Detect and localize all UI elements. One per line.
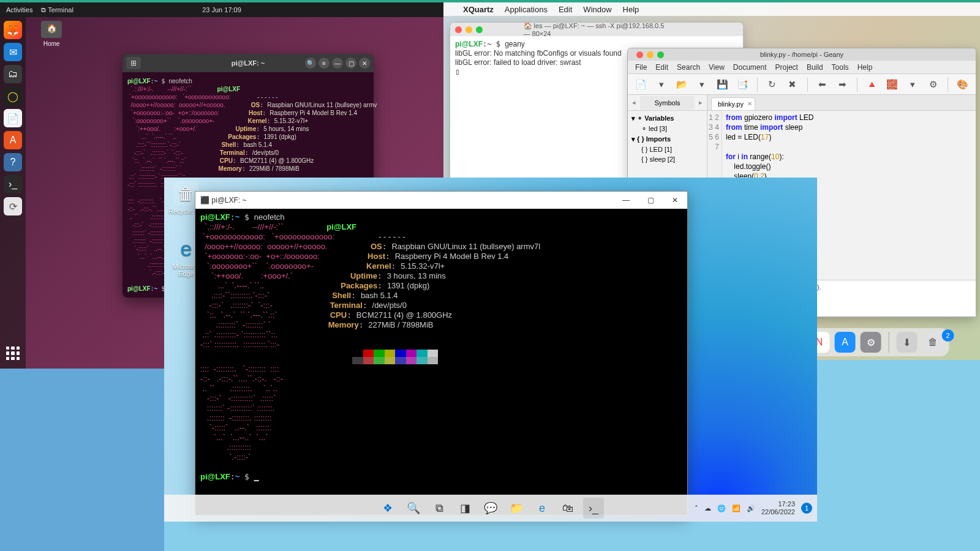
- terminal-taskbar-icon[interactable]: ›_: [583, 498, 604, 519]
- menu-window[interactable]: Window: [583, 5, 611, 14]
- explorer-icon[interactable]: 📁: [506, 498, 527, 519]
- updates-icon[interactable]: ⟳: [4, 197, 22, 216]
- nav-forward-icon[interactable]: ➡: [835, 77, 850, 92]
- tab-scroll-right-icon[interactable]: ▸: [695, 99, 707, 107]
- error-line: libGL error: failed to load driver: swra…: [455, 58, 581, 67]
- cmd-icon: ⬛: [200, 196, 209, 204]
- ubuntu-dock: 🦊 ✉ 🗂 ◯ 📄 A ? ›_ ⟳: [0, 17, 26, 369]
- reload-icon[interactable]: ↻: [765, 77, 779, 92]
- new-tab-button[interactable]: ⊞: [126, 57, 141, 69]
- writer-icon[interactable]: 📄: [4, 109, 22, 127]
- menu-edit[interactable]: Edit: [559, 5, 572, 14]
- close-icon[interactable]: [636, 51, 643, 58]
- gnome-clock[interactable]: 23 Jun 17:09: [202, 6, 241, 13]
- close-file-icon[interactable]: ✖: [785, 77, 799, 92]
- network-icon[interactable]: 📶: [732, 504, 741, 512]
- color-palette-dim: [352, 357, 438, 364]
- running-app-indicator[interactable]: ⧉ Terminal: [41, 6, 73, 14]
- app-store-icon[interactable]: A: [835, 332, 856, 353]
- close-icon[interactable]: [455, 26, 462, 33]
- menu-document[interactable]: Document: [733, 63, 767, 72]
- taskbar-clock[interactable]: 17:23 22/06/2022: [761, 500, 795, 516]
- nav-back-icon[interactable]: ⬅: [815, 77, 829, 92]
- close-tab-icon[interactable]: ✕: [747, 100, 752, 107]
- rhythmbox-icon[interactable]: ◯: [4, 87, 22, 105]
- menu-edit[interactable]: Edit: [655, 63, 668, 72]
- color-picker-icon[interactable]: 🎨: [956, 77, 970, 92]
- menu-help[interactable]: Help: [858, 63, 873, 72]
- dropdown-icon[interactable]: ▾: [654, 77, 668, 92]
- home-folder-icon[interactable]: Home: [38, 21, 65, 47]
- zoom-icon[interactable]: [657, 51, 664, 58]
- editor-tab-bar: blinky.py✕: [707, 95, 976, 111]
- zoom-icon[interactable]: [476, 26, 483, 33]
- geany-menu-bar: File Edit Search View Document Project B…: [628, 61, 976, 74]
- help-icon[interactable]: ?: [4, 153, 22, 171]
- menu-build[interactable]: Build: [807, 63, 823, 72]
- hamburger-icon[interactable]: ≡: [318, 58, 330, 69]
- firefox-icon[interactable]: 🦊: [4, 21, 22, 39]
- app-name[interactable]: XQuartz: [463, 5, 494, 14]
- symbol-tree[interactable]: ▾ ⚬ Variables ⚬ led [3] ▾ { } Imports { …: [628, 111, 707, 167]
- store-icon[interactable]: 🛍: [557, 498, 578, 519]
- activities-button[interactable]: Activities: [6, 6, 32, 14]
- home-label: Home: [43, 40, 60, 47]
- code-editor[interactable]: 1 2 3 4 5 6 7 from gpiozero import LED f…: [707, 111, 976, 183]
- onedrive-icon[interactable]: ☁: [704, 504, 711, 512]
- color-palette: [352, 350, 438, 357]
- window-titlebar[interactable]: ⊞ pi@LXF: ~ 🔍 ≡ — ▢ ✕: [123, 54, 374, 72]
- minimize-icon[interactable]: —: [332, 58, 343, 69]
- terminal-content[interactable]: pi@LXF:~ $ neofetch `.::///+:/-. --///+/…: [195, 209, 687, 515]
- open-file-icon[interactable]: 📂: [674, 77, 688, 92]
- minimize-icon[interactable]: [647, 51, 654, 58]
- show-apps-button[interactable]: [4, 344, 22, 362]
- window-title: blinky.py - /home/pi - Geany: [760, 51, 843, 58]
- menu-project[interactable]: Project: [775, 63, 798, 72]
- tray-chevron-icon[interactable]: ˄: [695, 504, 698, 512]
- build-icon[interactable]: 🧱: [885, 77, 899, 92]
- terminal-launcher-icon[interactable]: ›_: [4, 175, 22, 193]
- chat-icon[interactable]: 💬: [480, 498, 501, 519]
- downloads-icon[interactable]: ⬇: [897, 332, 918, 353]
- menu-applications[interactable]: Applications: [505, 5, 548, 14]
- menu-tools[interactable]: Tools: [832, 63, 849, 72]
- new-file-icon[interactable]: 📄: [634, 77, 648, 92]
- maximize-icon[interactable]: ▢: [638, 192, 663, 209]
- close-icon[interactable]: ✕: [359, 58, 370, 69]
- minimize-icon[interactable]: —: [614, 192, 638, 209]
- run-icon[interactable]: ⚙: [926, 77, 940, 92]
- close-icon[interactable]: ✕: [663, 192, 687, 209]
- tab-scroll-left-icon[interactable]: ◂: [628, 99, 640, 107]
- search-icon[interactable]: 🔍: [403, 498, 424, 519]
- settings-icon[interactable]: ⚙: [861, 332, 881, 353]
- widgets-icon[interactable]: ◨: [454, 498, 475, 519]
- search-icon[interactable]: 🔍: [305, 58, 316, 69]
- window-titlebar[interactable]: ⬛ pi@LXF: ~ — ▢ ✕: [195, 192, 687, 209]
- dropdown-icon[interactable]: ▾: [905, 77, 919, 92]
- save-icon[interactable]: 💾: [715, 77, 729, 92]
- volume-icon[interactable]: 🔊: [747, 504, 755, 512]
- dropdown-icon[interactable]: ▾: [695, 77, 709, 92]
- window-titlebar[interactable]: blinky.py - /home/pi - Geany: [628, 48, 976, 61]
- notifications-icon[interactable]: 1: [801, 503, 812, 514]
- menu-help[interactable]: Help: [623, 5, 639, 14]
- minimize-icon[interactable]: [466, 26, 472, 33]
- sidebar-tab-symbols[interactable]: Symbols: [640, 96, 695, 110]
- start-button[interactable]: ❖: [377, 498, 398, 519]
- menu-search[interactable]: Search: [677, 63, 700, 72]
- language-icon[interactable]: 🌐: [717, 504, 726, 512]
- thunderbird-icon[interactable]: ✉: [4, 43, 22, 61]
- windows-terminal-window: ⬛ pi@LXF: ~ — ▢ ✕ pi@LXF:~ $ neofetch `.…: [195, 191, 688, 515]
- software-center-icon[interactable]: A: [4, 131, 22, 149]
- compile-icon[interactable]: 🔺: [865, 77, 879, 92]
- menu-view[interactable]: View: [709, 63, 725, 72]
- file-tab[interactable]: blinky.py✕: [711, 97, 755, 110]
- files-icon[interactable]: 🗂: [4, 65, 22, 83]
- edge-taskbar-icon[interactable]: e: [532, 498, 552, 519]
- task-view-icon[interactable]: ⧉: [429, 498, 450, 519]
- trash-icon[interactable]: 🗑2: [922, 332, 943, 353]
- maximize-icon[interactable]: ▢: [345, 58, 356, 69]
- menu-file[interactable]: File: [635, 63, 647, 72]
- window-titlebar[interactable]: 🏠 les — pi@LXF: ~ — ssh -X pi@192.168.0.…: [450, 23, 743, 36]
- save-all-icon[interactable]: 📑: [736, 77, 750, 92]
